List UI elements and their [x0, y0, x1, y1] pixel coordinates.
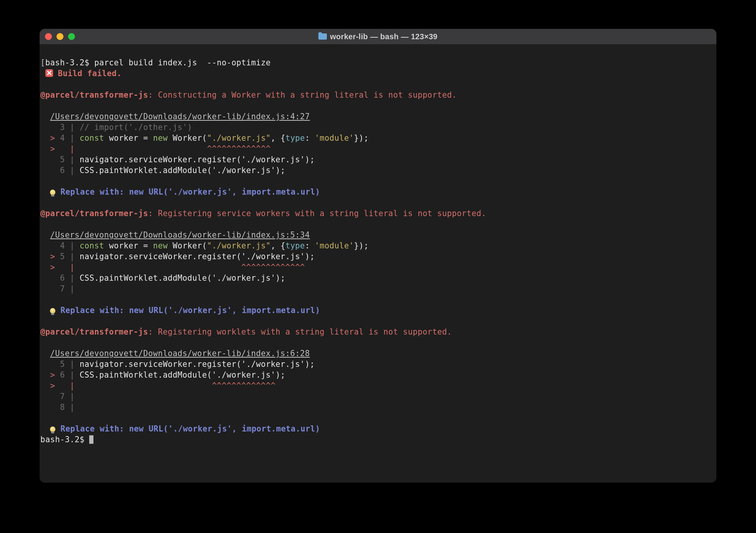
plugin-1: @parcel/transformer-js	[40, 90, 148, 100]
arg-1: "./worker.js"	[207, 133, 271, 143]
bulb-icon	[50, 190, 55, 195]
prompt-1: bash-3.2$	[45, 58, 90, 67]
build-failed: Build failed.	[58, 69, 122, 78]
tc-2: :	[305, 241, 315, 250]
g3-6: 6 |	[60, 370, 80, 380]
code-5: navigator.serviceWorker.register('./work…	[80, 155, 315, 164]
g2-7: 7 |	[40, 284, 75, 293]
const-2: const	[80, 241, 104, 250]
code-3: // import('./other.js')	[80, 123, 192, 132]
caret-1: ^^^^^^^^^^^^^	[207, 144, 271, 153]
file-loc-1: /Users/devongovett/Downloads/worker-lib/…	[50, 112, 310, 121]
const-1: const	[80, 133, 104, 143]
hint-code-2: new URL('./worker.js', import.meta.url)	[129, 306, 320, 315]
error-icon	[45, 69, 53, 77]
code3-5: navigator.serviceWorker.register('./work…	[80, 360, 315, 369]
caret-3: ^^^^^^^^^^^^^	[212, 381, 276, 390]
g2-6: 6 |	[40, 273, 80, 283]
bulb-icon	[50, 308, 55, 313]
caret-sp-3	[80, 381, 212, 390]
err-msg-1: Constructing a Worker with a string lite…	[158, 90, 457, 100]
caret-pfx-1: > |	[40, 144, 80, 153]
zoom-button[interactable]	[68, 33, 75, 40]
bulb-icon	[50, 426, 55, 432]
code-6: CSS.paintWorklet.addModule('./worker.js'…	[80, 166, 285, 175]
file-loc-2: /Users/devongovett/Downloads/worker-lib/…	[50, 230, 310, 240]
close-2: });	[354, 241, 369, 250]
g3-5: 5 |	[40, 360, 80, 369]
worker-2: Worker(	[168, 241, 207, 250]
space	[89, 58, 94, 67]
file-loc-3: /Users/devongovett/Downloads/worker-lib/…	[50, 349, 310, 358]
g3-7: 7 |	[40, 392, 75, 401]
colon-3: :	[148, 327, 158, 336]
err-msg-3: Registering worklets with a string liter…	[158, 327, 452, 336]
new-2: new	[153, 241, 168, 250]
window-title: worker-lib — bash — 123×39	[40, 32, 716, 41]
prompt-open-bracket: [	[40, 58, 45, 67]
titlebar: worker-lib — bash — 123×39	[40, 29, 716, 44]
terminal-window: worker-lib — bash — 123×39 [bash-3.2$ pa…	[40, 29, 716, 483]
traffic-lights	[45, 33, 75, 40]
worker-1: Worker(	[168, 133, 207, 143]
hint-label-3: Replace with:	[60, 424, 129, 433]
hint-code-3: new URL('./worker.js', import.meta.url)	[129, 424, 320, 433]
terminal-content[interactable]: [bash-3.2$ parcel build index.js --no-op…	[40, 44, 716, 483]
comma-2: , {	[271, 241, 285, 250]
g-3: 3 |	[40, 123, 80, 132]
tc-1: :	[305, 133, 315, 143]
pfx3-6: >	[40, 370, 60, 380]
tk-1: type	[285, 133, 305, 143]
minimize-button[interactable]	[57, 33, 63, 40]
colon-2: :	[148, 209, 158, 218]
caret-sp-1	[80, 144, 207, 153]
code2-5: navigator.serviceWorker.register('./work…	[80, 252, 315, 261]
err-msg-2: Registering service workers with a strin…	[158, 209, 486, 218]
caret-sp-2	[80, 263, 241, 272]
g-4: 4 |	[60, 133, 80, 143]
arg-2: "./worker.js"	[207, 241, 271, 250]
code3-6: CSS.paintWorklet.addModule('./worker.js'…	[80, 370, 285, 380]
g-5: 5 |	[40, 155, 80, 164]
hint-label-2: Replace with:	[60, 306, 129, 315]
cursor	[89, 435, 93, 444]
caret-2: ^^^^^^^^^^^^^	[241, 263, 305, 272]
new-1: new	[153, 133, 168, 143]
g-6: 6 |	[40, 166, 80, 175]
window-title-text: worker-lib — bash — 123×39	[330, 32, 438, 41]
command-line: parcel build index.js --no-optimize	[94, 58, 271, 67]
prompt-2: bash-3.2$	[40, 435, 89, 444]
plugin-3: @parcel/transformer-js	[40, 327, 148, 336]
g2-4: 4 |	[40, 241, 80, 250]
plugin-2: @parcel/transformer-js	[40, 209, 148, 218]
hint-code-1: new URL('./worker.js', import.meta.url)	[129, 187, 320, 197]
var-1: worker	[104, 133, 143, 143]
pfx2-5: >	[40, 252, 60, 261]
hint-label-1: Replace with:	[60, 187, 129, 197]
tk-2: type	[285, 241, 305, 250]
caret-pfx-2: > |	[40, 263, 80, 272]
g3-8: 8 |	[40, 403, 75, 412]
pfx-4: >	[40, 133, 60, 143]
caret-pfx-3: > |	[40, 381, 80, 390]
colon-1: :	[148, 90, 158, 100]
eq-2: =	[143, 241, 153, 250]
g2-5: 5 |	[60, 252, 80, 261]
tv-1: 'module'	[315, 133, 354, 143]
eq-1: =	[143, 133, 153, 143]
comma-1: , {	[271, 133, 285, 143]
tv-2: 'module'	[315, 241, 354, 250]
close-button[interactable]	[45, 33, 52, 40]
code2-6: CSS.paintWorklet.addModule('./worker.js'…	[80, 273, 285, 283]
close-1: });	[354, 133, 369, 143]
folder-icon	[318, 33, 327, 40]
var-2: worker	[104, 241, 143, 250]
